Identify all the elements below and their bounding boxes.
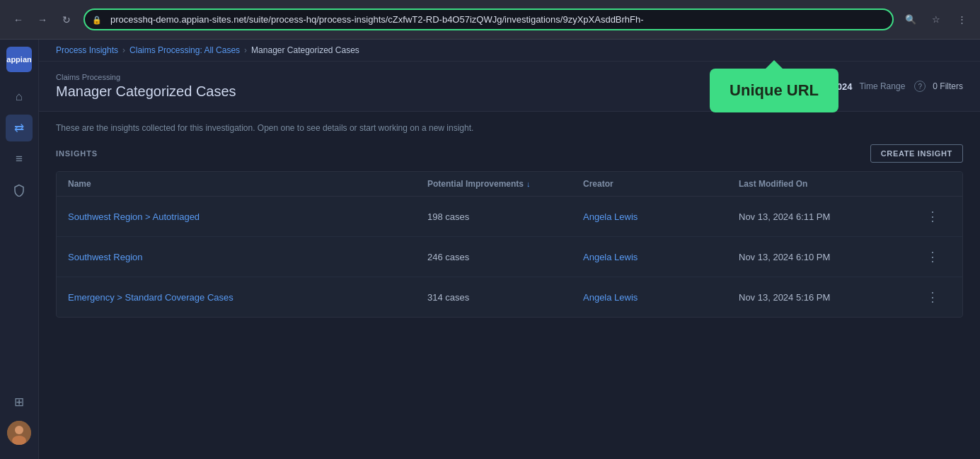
content-area: These are the insights collected for thi…: [39, 112, 980, 459]
page-header-wrap: Claims Processing Manager Categorized Ca…: [39, 62, 980, 112]
breadcrumb-sep-1: ›: [122, 45, 125, 55]
bookmark-button[interactable]: ☆: [926, 10, 946, 30]
page-title-section: Claims Processing Manager Categorized Ca…: [56, 73, 236, 100]
sidebar-item-grid[interactable]: ⊞: [6, 388, 33, 415]
breadcrumb-sep-2: ›: [244, 45, 247, 55]
browser-chrome: ← → ↻ 🔒 🔍 ☆ ⋮: [0, 0, 980, 40]
app-container: appian ⌂ ⇄ ≡ ⊞ Process Insights › C: [0, 40, 980, 459]
browser-actions: 🔍 ☆ ⋮: [901, 10, 972, 30]
sidebar-item-process-insights[interactable]: ⇄: [6, 115, 33, 141]
sidebar-bottom: ⊞: [6, 388, 33, 452]
reload-button[interactable]: ↻: [57, 10, 76, 30]
address-bar-wrap: 🔒: [83, 8, 894, 30]
back-button[interactable]: ←: [8, 10, 28, 30]
lock-icon: 🔒: [92, 15, 102, 24]
menu-button[interactable]: ⋮: [952, 10, 972, 30]
breadcrumb-claims[interactable]: Claims Processing: All Cases: [129, 45, 240, 55]
sidebar-item-records[interactable]: ≡: [6, 146, 33, 173]
date-1: Nov 13, 2024 6:11 PM: [739, 211, 923, 222]
sidebar: appian ⌂ ⇄ ≡ ⊞: [0, 40, 39, 459]
main-content: Process Insights › Claims Processing: Al…: [39, 40, 980, 459]
breadcrumb-bar: Process Insights › Claims Processing: Al…: [39, 40, 980, 62]
more-button-3[interactable]: ⋮: [923, 287, 942, 307]
insight-name-1[interactable]: Southwest Region > Autotriaged: [68, 211, 427, 222]
insight-name-3[interactable]: Emergency > Standard Coverage Cases: [68, 292, 427, 303]
description-text: These are the insights collected for thi…: [56, 123, 963, 133]
col-header-improvements[interactable]: Potential Improvements ↓: [427, 179, 583, 189]
creator-2[interactable]: Angela Lewis: [583, 252, 739, 262]
date-3: Nov 13, 2024 5:16 PM: [739, 292, 923, 303]
breadcrumb-process-insights[interactable]: Process Insights: [56, 45, 118, 55]
col-header-name: Name: [68, 179, 427, 189]
more-button-2[interactable]: ⋮: [923, 247, 942, 267]
avatar[interactable]: [7, 421, 31, 445]
improvements-2: 246 cases: [427, 252, 583, 262]
insights-header: INSIGHTS CREATE INSIGHT: [56, 144, 963, 163]
table-row[interactable]: Emergency > Standard Coverage Cases 314 …: [57, 277, 962, 317]
create-insight-button[interactable]: CREATE INSIGHT: [870, 144, 963, 163]
page-meta: Oct 31, 2023 - Nov 13, 2024 Time Range ?…: [734, 81, 963, 92]
table-row[interactable]: Southwest Region > Autotriaged 198 cases…: [57, 197, 962, 237]
appian-logo[interactable]: appian: [6, 47, 32, 72]
sidebar-item-home[interactable]: ⌂: [6, 83, 33, 110]
col-header-modified: Last Modified On: [739, 179, 923, 189]
insights-table: Name Potential Improvements ↓ Creator La…: [56, 171, 963, 318]
sort-icon: ↓: [526, 180, 531, 188]
insight-name-2[interactable]: Southwest Region: [68, 252, 427, 262]
creator-3[interactable]: Angela Lewis: [583, 292, 739, 303]
page-title: Manager Categorized Cases: [56, 83, 236, 100]
page-subtitle: Claims Processing: [56, 73, 236, 81]
sidebar-item-shield[interactable]: [6, 177, 33, 204]
insights-section-label: INSIGHTS: [56, 149, 98, 158]
more-button-1[interactable]: ⋮: [923, 207, 942, 226]
filters-badge[interactable]: 0 Filters: [933, 81, 963, 91]
time-range-info-icon[interactable]: ?: [914, 81, 926, 92]
time-range-label: Time Range: [859, 81, 905, 91]
improvements-1: 198 cases: [427, 211, 583, 222]
svg-point-1: [15, 426, 23, 434]
table-header-row: Name Potential Improvements ↓ Creator La…: [57, 172, 962, 197]
creator-1[interactable]: Angela Lewis: [583, 211, 739, 222]
forward-button[interactable]: →: [33, 10, 52, 30]
address-bar[interactable]: [83, 8, 894, 30]
table-row[interactable]: Southwest Region 246 cases Angela Lewis …: [57, 237, 962, 277]
date-2: Nov 13, 2024 6:10 PM: [739, 252, 923, 262]
col-header-creator: Creator: [583, 179, 739, 189]
zoom-button[interactable]: 🔍: [901, 10, 921, 30]
page-header: Claims Processing Manager Categorized Ca…: [39, 62, 980, 112]
date-range: Oct 31, 2023 - Nov 13, 2024: [734, 81, 852, 92]
nav-buttons: ← → ↻: [8, 10, 76, 30]
improvements-3: 314 cases: [427, 292, 583, 303]
breadcrumb-current: Manager Categorized Cases: [251, 45, 359, 55]
